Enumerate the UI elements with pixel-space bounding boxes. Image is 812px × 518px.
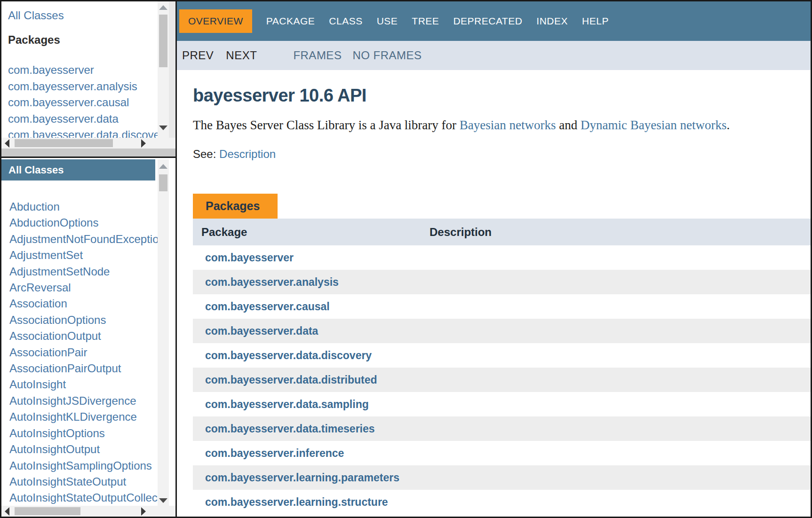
scroll-up-icon[interactable] (159, 164, 167, 169)
class-link[interactable]: AutoInsightOptions (9, 427, 105, 440)
packages-frame: All Classes Packages com.bayesserver com… (1, 1, 175, 149)
package-link[interactable]: com.bayesserver.causal (205, 300, 330, 313)
class-link[interactable]: Abduction (9, 200, 60, 213)
class-link[interactable]: AutoInsightStateOutputCollection (9, 491, 158, 504)
sub-navigation-bar: PREV NEXT FRAMES NO FRAMES (177, 41, 811, 70)
intro-text: . (726, 118, 730, 132)
class-list-item: AutoInsight (1, 377, 158, 393)
dynamic-bayesian-networks-link[interactable]: Dynamic Bayesian networks (581, 118, 726, 132)
table-row: com.bayesserver.learning.structure (193, 490, 811, 514)
scrollbar-thumb[interactable] (15, 507, 80, 515)
package-link[interactable]: com.bayesserver.causal (8, 96, 129, 109)
bayesian-networks-link[interactable]: Bayesian networks (460, 118, 556, 132)
horizontal-scrollbar[interactable] (1, 506, 158, 517)
nav-item[interactable]: OVERVIEW (179, 9, 252, 33)
table-row: com.bayesserver.analysis (193, 270, 811, 294)
package-link[interactable]: com.bayesserver.learning.structure (205, 496, 388, 508)
vertical-scrollbar[interactable] (158, 159, 169, 506)
scrollbar-thumb[interactable] (159, 15, 167, 67)
intro-paragraph: The Bayes Server Class Library is a Java… (193, 118, 811, 133)
intro-text: The Bayes Server Class Library is a Java… (193, 118, 460, 132)
class-link[interactable]: AutoInsightKLDivergence (9, 410, 137, 423)
scroll-down-icon[interactable] (159, 498, 167, 503)
package-link[interactable]: com.bayesserver.analysis (8, 80, 137, 93)
class-link[interactable]: AssociationPairOutput (9, 362, 121, 375)
page-title: bayesserver 10.6 API (193, 86, 811, 106)
class-link[interactable]: AssociationOutput (9, 330, 101, 342)
next-link[interactable]: NEXT (226, 49, 257, 62)
package-link[interactable]: com.bayesserver (205, 251, 294, 264)
description-link[interactable]: Description (219, 148, 276, 160)
browser-viewport: All Classes Packages com.bayesserver com… (0, 0, 812, 518)
nav-item[interactable]: USE (377, 16, 398, 27)
class-list-item: AutoInsightJSDivergence (1, 393, 158, 409)
table-body: com.bayesserver com.bayesserver.analysis… (193, 245, 811, 514)
class-link[interactable]: AbductionOptions (9, 216, 98, 229)
class-list-item: AssociationOptions (1, 313, 158, 329)
class-link[interactable]: Association (9, 297, 67, 310)
class-link[interactable]: AutoInsightOutput (9, 443, 100, 455)
class-list-item: AssociationOutput (1, 329, 158, 345)
class-link[interactable]: AutoInsight (9, 378, 66, 391)
scroll-up-icon[interactable] (159, 5, 167, 10)
horizontal-scrollbar[interactable] (1, 138, 158, 149)
class-link[interactable]: AssociationOptions (9, 314, 106, 326)
all-classes-link[interactable]: All Classes (8, 9, 64, 22)
class-link[interactable]: AutoInsightJSDivergence (9, 394, 136, 407)
no-frames-link[interactable]: NO FRAMES (352, 49, 422, 62)
package-link[interactable]: com.bayesserver.data (8, 112, 119, 125)
scroll-left-icon[interactable] (5, 139, 9, 148)
package-link[interactable]: com.bayesserver.data.distributed (205, 374, 377, 386)
all-classes-frame: All Classes Abduction AbductionOptions A… (1, 158, 175, 517)
package-link[interactable]: com.bayesserver (8, 63, 94, 76)
class-list-item: AutoInsightStateOutput (1, 474, 158, 490)
nav-item[interactable]: DEPRECATED (453, 16, 522, 27)
table-row: com.bayesserver.inference (193, 441, 811, 465)
nav-item[interactable]: INDEX (536, 16, 568, 27)
package-list-item: com.bayesserver.analysis (1, 79, 158, 95)
packages-caption: Packages (193, 194, 278, 219)
class-list-item: Association (1, 296, 158, 312)
nav-item[interactable]: CLASS (329, 16, 362, 27)
package-link[interactable]: com.bayesserver.data (205, 325, 318, 337)
scroll-right-icon[interactable] (141, 507, 146, 516)
package-link[interactable]: com.bayesserver.data.discovery (8, 128, 158, 138)
package-link[interactable]: com.bayesserver.data.timeseries (205, 423, 375, 435)
class-link[interactable]: AdjustmentSet (9, 249, 83, 261)
package-link[interactable]: com.bayesserver.inference (205, 447, 344, 459)
class-link[interactable]: AdjustmentNotFoundException (9, 233, 158, 245)
scroll-down-icon[interactable] (159, 126, 167, 130)
class-list-item: AdjustmentNotFoundException (1, 232, 158, 248)
vertical-scrollbar[interactable] (158, 1, 169, 138)
frames-link[interactable]: FRAMES (293, 49, 342, 62)
nav-item[interactable]: TREE (412, 16, 439, 27)
package-link[interactable]: com.bayesserver.learning.parameters (205, 471, 399, 484)
scroll-right-icon[interactable] (141, 139, 146, 148)
overview-content: bayesserver 10.6 API The Bayes Server Cl… (177, 70, 811, 517)
class-link[interactable]: AssociationPair (9, 346, 87, 359)
scrollbar-thumb[interactable] (159, 174, 167, 191)
package-list-item: com.bayesserver (1, 63, 158, 79)
class-link[interactable]: AdjustmentSetNode (9, 265, 110, 278)
scrollbar-thumb[interactable] (15, 139, 113, 147)
class-link[interactable]: AutoInsightStateOutput (9, 475, 126, 488)
intro-text: and (556, 118, 581, 132)
class-list-item: AbductionOptions (1, 215, 158, 231)
package-link[interactable]: com.bayesserver.data.sampling (205, 398, 369, 410)
class-link[interactable]: AutoInsightSamplingOptions (9, 459, 152, 472)
package-link[interactable]: com.bayesserver.data.discovery (205, 349, 372, 361)
nav-item[interactable]: PACKAGE (266, 16, 315, 27)
class-link[interactable]: ArcReversal (9, 281, 71, 294)
prev-link[interactable]: PREV (182, 49, 214, 62)
nav-item[interactable]: HELP (582, 16, 609, 27)
left-sidebar: All Classes Packages com.bayesserver com… (1, 1, 175, 517)
class-list-item: AutoInsightOptions (1, 426, 158, 442)
package-list-item: com.bayesserver.causal (1, 95, 158, 111)
package-link[interactable]: com.bayesserver.analysis (205, 276, 339, 288)
class-list-item: AssociationPair (1, 345, 158, 361)
frame-divider[interactable] (1, 149, 175, 158)
class-list-item: AssociationPairOutput (1, 361, 158, 377)
class-list: Abduction AbductionOptions AdjustmentNot… (1, 199, 158, 506)
package-column-header: Package (201, 219, 247, 245)
scroll-left-icon[interactable] (5, 507, 9, 516)
